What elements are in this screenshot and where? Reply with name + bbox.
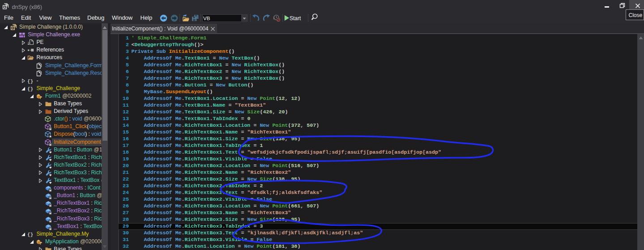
svg-text:{}: {} <box>27 86 33 91</box>
svg-text:{}: {} <box>27 78 33 84</box>
svg-text:{}: {} <box>27 232 33 237</box>
